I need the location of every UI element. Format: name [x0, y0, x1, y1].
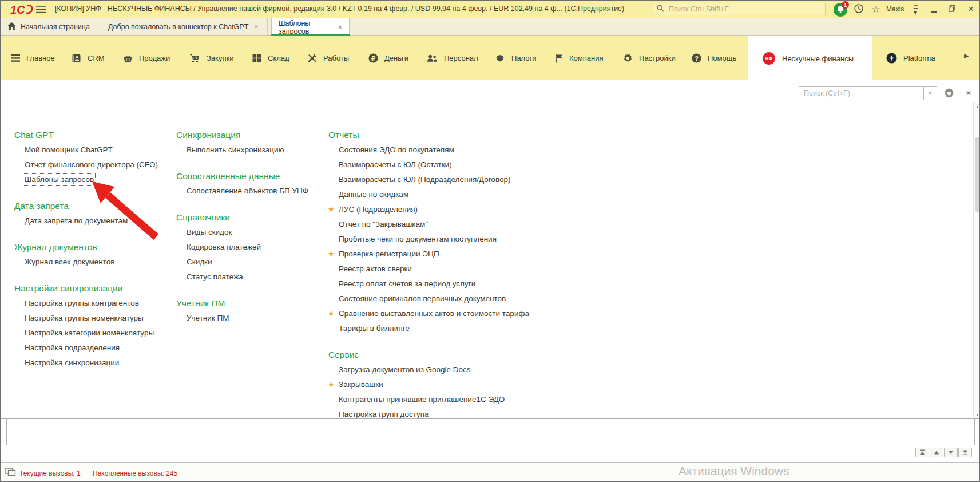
ribbon-overflow-button[interactable]: ▶	[964, 52, 969, 60]
menu-item[interactable]: Сопоставление объектов БП УНФ	[176, 184, 324, 199]
menu-item-label: Настройка группы контрагентов	[25, 296, 139, 311]
ribbon-item-company[interactable]: Компания	[554, 36, 604, 80]
menu-item[interactable]: ★Сравнение выставленных актов и стоимост…	[328, 306, 597, 321]
service-menu-button[interactable]: ≡▾	[908, 4, 923, 15]
panel-search[interactable]	[799, 86, 923, 100]
main-menu-button[interactable]	[34, 4, 47, 15]
menu-item[interactable]: ★Закрывашки	[328, 377, 597, 392]
list-go-top-button[interactable]	[915, 448, 929, 457]
menu-item-label: Состояние оригиналов первичных документо…	[339, 291, 506, 306]
menu-item[interactable]: Тарифы в биллинге	[328, 321, 597, 336]
ribbon-item-taxes[interactable]: Налоги	[495, 36, 537, 80]
menu-item[interactable]: Отчет финансового директора (CFO)	[14, 157, 170, 172]
menu-item[interactable]: Скидки	[176, 255, 324, 270]
scrollbar-thumb[interactable]	[975, 137, 980, 212]
menu-item-label: Реестр актов сверки	[339, 262, 412, 276]
minimize-button[interactable]	[927, 3, 940, 15]
favorites-button[interactable]: ☆	[870, 2, 882, 16]
list-go-bottom-button[interactable]	[958, 448, 972, 457]
ribbon-item-warehouse[interactable]: Склад	[252, 36, 289, 80]
menu-item[interactable]: Реестр актов сверки	[328, 262, 597, 276]
menu-item[interactable]: Данные по скидкам	[328, 187, 597, 202]
tab-close-icon[interactable]: ×	[254, 23, 258, 31]
ribbon-item-crm[interactable]: CRM	[72, 36, 105, 80]
menu-item[interactable]: Контрагенты принявшие приглашение1С ЭДО	[328, 392, 597, 407]
scroll-down-button[interactable]: ▼	[974, 410, 980, 418]
user-name[interactable]: Maxis	[886, 5, 904, 13]
panel-settings-button[interactable]	[943, 88, 956, 100]
notifications-button[interactable]: 1	[833, 2, 848, 17]
ribbon-item-purchases[interactable]: Закупки	[189, 36, 233, 80]
menu-item[interactable]: Взаиморасчеты с ЮЛ (Остатки)	[328, 157, 597, 172]
ribbon-item-platforma[interactable]: Platforma	[886, 36, 935, 80]
list-page-up-button[interactable]	[930, 448, 943, 457]
menu-item[interactable]: Настройка групп доступа	[328, 407, 597, 422]
menu-item[interactable]: Дата запрета по документам	[14, 214, 170, 228]
ribbon-item-sales[interactable]: Продажи	[123, 36, 170, 80]
tab-1[interactable]: Добро пожаловать в коннектор к ChatGPT×	[101, 18, 268, 35]
windows-activation-watermark: Активация Windows	[679, 464, 789, 478]
menu-item[interactable]: ★ЛУС (Подразделения)	[328, 202, 597, 217]
menu-item-label: Настройка подразделения	[25, 341, 120, 355]
menu-item[interactable]: Загрузка документов из Google Docs	[328, 362, 597, 377]
ribbon-item-label: Продажи	[139, 54, 170, 62]
status-bar: Текущие вызовы: 1 Накопленные вызовы: 24…	[1, 462, 980, 482]
tab-2[interactable]: Шаблоны запросов×	[271, 18, 350, 36]
menu-item[interactable]: Виды скидок	[176, 225, 324, 240]
ribbon-item-works[interactable]: Работы	[307, 36, 349, 80]
menu-section: Дата запретаДата запрета по документам	[14, 199, 170, 228]
menu-item[interactable]: Настройка синхронизации	[14, 355, 170, 370]
list-page-down-button[interactable]	[944, 448, 958, 457]
ribbon-item-help[interactable]: ?Помощь	[692, 36, 736, 80]
global-search-input[interactable]	[668, 5, 822, 14]
ribbon-item-menu[interactable]: Главное	[11, 36, 55, 80]
menu-item[interactable]: Настройка группы номенклатуры	[14, 311, 170, 326]
close-button[interactable]: ×	[964, 2, 978, 16]
restore-button[interactable]	[946, 3, 958, 15]
current-calls-text: Текущие вызовы: 1	[19, 469, 81, 477]
ribbon-item-settings[interactable]: Настройки	[623, 36, 676, 80]
menu-item[interactable]: Настройка категории номенклатуры	[14, 326, 170, 341]
panel-scrollbar[interactable]: ▲ ▼	[973, 102, 980, 418]
menu-section-title: Дата запрета	[14, 199, 170, 214]
ribbon-item-money[interactable]: ₽Деньги	[368, 36, 408, 80]
menu-item[interactable]: Состояние оригиналов первичных документо…	[328, 291, 597, 306]
panel-search-clear-button[interactable]: ×	[923, 86, 937, 100]
menu-item[interactable]: Кодировка платежей	[176, 240, 324, 255]
menu-item[interactable]: Выполнить синхронизацию	[176, 143, 324, 157]
history-button[interactable]	[853, 4, 864, 15]
tab-home[interactable]: Начальная страница	[1, 18, 101, 35]
menu-section-title: Настройки синхронизации	[14, 281, 170, 296]
ribbon-item-personnel[interactable]: Персонал	[427, 36, 478, 80]
menu-item[interactable]: Журнал всех документов	[14, 255, 170, 270]
hamburger-caret-icon: ≡▾	[913, 5, 918, 15]
panel-search-input[interactable]	[803, 89, 919, 98]
menu-item[interactable]: Отчет по "Закрывашкам"	[328, 217, 597, 232]
menu-item[interactable]: Настройка подразделения	[14, 341, 170, 355]
menu-item[interactable]: Статус платежа	[176, 270, 324, 285]
global-search[interactable]	[653, 3, 826, 15]
menu-item[interactable]: Взаиморасчеты с ЮЛ (Подразделения/Догово…	[328, 172, 597, 187]
menu-item-label: Взаиморасчеты с ЮЛ (Подразделения/Догово…	[339, 172, 510, 187]
menu-icon	[11, 54, 20, 62]
panel-close-button[interactable]: ×	[962, 87, 975, 100]
menu-item-label: Контрагенты принявшие приглашение1С ЭДО	[339, 392, 505, 407]
menu-item[interactable]: Мой помощник ChatGPT	[14, 143, 170, 157]
menu-section: Chat GPTМой помощник ChatGPTОтчет финанс…	[14, 128, 170, 187]
tab-close-icon[interactable]: ×	[338, 23, 342, 31]
crm-icon	[72, 54, 81, 63]
menu-item[interactable]: Шаблоны запросов	[14, 172, 170, 187]
star-icon: ★	[328, 247, 335, 262]
menu-item-label: ЛУС (Подразделения)	[339, 202, 418, 217]
menu-item[interactable]: Настройка группы контрагентов	[14, 296, 170, 311]
close-icon: ×	[966, 88, 971, 98]
menu-item-label: Отчет по "Закрывашкам"	[339, 217, 428, 232]
menu-item[interactable]: Пробитые чеки по документам поступления	[328, 232, 597, 247]
menu-item[interactable]: Учетник ПМ	[176, 311, 324, 326]
scroll-up-button[interactable]: ▲	[974, 102, 980, 110]
ribbon-item-neskuchnye-finansy[interactable]: НФНескучные финансы	[748, 36, 872, 81]
gear-icon	[943, 91, 955, 101]
menu-item[interactable]: ★Проверка регистрации ЭЦП	[328, 247, 597, 262]
menu-item[interactable]: Состояния ЭДО по покупателям	[328, 143, 597, 157]
menu-item[interactable]: Реестр оплат счетов за период услуги	[328, 276, 597, 291]
